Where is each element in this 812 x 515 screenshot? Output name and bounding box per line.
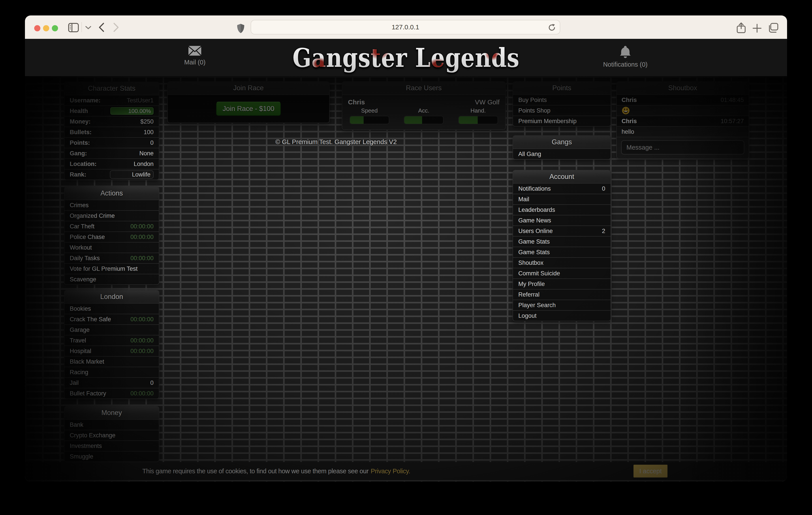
minimize-window-button[interactable] xyxy=(43,25,49,31)
menu-item[interactable]: Organized Crime xyxy=(64,210,159,221)
racer-stats: Speed Acc. xyxy=(342,107,505,124)
cookie-text: This game requires the use of cookies, t… xyxy=(142,467,410,475)
menu-item[interactable]: Hospital 00:00:00 xyxy=(64,346,159,356)
bell-icon xyxy=(619,46,632,58)
stat-bar-fill xyxy=(350,116,364,124)
london-menu: Bookies Crack The Safe 00:00:00 Garage xyxy=(64,304,159,399)
menu-item[interactable]: Leaderboards xyxy=(513,204,611,215)
reload-icon[interactable] xyxy=(547,23,556,32)
menu-item[interactable]: Bookies xyxy=(64,304,159,314)
menu-item[interactable]: My Profile xyxy=(513,279,611,289)
panel-title: Account xyxy=(513,170,611,183)
privacy-policy-link[interactable]: Privacy Policy. xyxy=(371,467,410,475)
menu-item[interactable]: Smuggle xyxy=(64,451,159,462)
join-race-body: Join Race - $100 xyxy=(168,95,329,123)
notifications-label: Notifications (0) xyxy=(597,61,654,68)
stat-bar xyxy=(404,116,443,124)
notifications-nav[interactable]: Notifications (0) xyxy=(597,46,654,68)
stat-bar-fill xyxy=(459,116,478,124)
race-users-panel: Race Users Chris VW Golf Speed xyxy=(342,81,506,130)
racer-car: VW Golf xyxy=(475,98,499,106)
race-stat: Hand. xyxy=(451,107,505,124)
stat-row-gang: Gang: None xyxy=(64,148,159,159)
menu-item[interactable]: Game Stats xyxy=(513,236,611,247)
menu-item[interactable]: Notifications 0 xyxy=(513,183,611,194)
mail-nav[interactable]: Mail (0) xyxy=(166,46,224,66)
shoutbox-input-area xyxy=(617,137,749,159)
shoutbox-message-input[interactable] xyxy=(621,140,744,154)
menu-item[interactable]: Racing xyxy=(64,367,159,377)
menu-item[interactable]: Logout xyxy=(513,310,611,321)
menu-item[interactable]: Police Chase 00:00:00 xyxy=(64,231,159,242)
menu-item[interactable]: Shoutbox xyxy=(513,257,611,268)
menu-item[interactable]: Points Shop xyxy=(513,105,611,116)
panel-title: London xyxy=(64,290,159,304)
url-text: 127.0.0.1 xyxy=(392,23,419,31)
menu-item[interactable]: Travel 00:00:00 xyxy=(64,335,159,346)
menu-item[interactable]: Commit Suicide xyxy=(513,268,611,279)
stat-bar xyxy=(458,116,498,124)
shout-text: hello xyxy=(621,128,634,135)
panel-title: Character Stats xyxy=(64,82,159,95)
menu-item[interactable]: Buy Points xyxy=(513,95,611,105)
join-race-button[interactable]: Join Race - $100 xyxy=(216,102,281,116)
menu-item[interactable]: Daily Tasks 00:00:00 xyxy=(64,253,159,263)
menu-item[interactable]: Vote for GL Premium Test xyxy=(64,263,159,274)
account-panel: Account Notifications 0 Mail xyxy=(513,170,611,321)
menu-item[interactable]: Game Stats xyxy=(513,247,611,257)
menu-item[interactable]: Workout xyxy=(64,242,159,253)
menu-item[interactable]: Bank xyxy=(64,420,159,430)
stat-row-points: Points: 0 xyxy=(64,137,159,148)
share-icon[interactable] xyxy=(736,22,747,33)
points-value: 0 xyxy=(150,139,153,146)
back-button-icon[interactable] xyxy=(98,23,105,32)
points-panel: Points Buy Points Points Shop xyxy=(513,81,611,127)
zoom-window-button[interactable] xyxy=(52,25,58,31)
race-stat: Speed xyxy=(342,107,397,124)
menu-item[interactable]: Bullet Factory 00:00:00 xyxy=(64,388,159,399)
stat-row-money: Money: $250 xyxy=(64,116,159,127)
account-menu: Notifications 0 Mail Leaderboards xyxy=(513,183,611,321)
menu-item[interactable]: Jail 0 xyxy=(64,377,159,388)
menu-item[interactable]: Users Online 2 xyxy=(513,226,611,236)
screen: 127.0.0.1 xyxy=(0,0,812,515)
shoutbox-messages: Chris 01:48:45 xyxy=(617,95,749,137)
sidebar-toggle-icon[interactable] xyxy=(68,23,79,32)
race-stat: Acc. xyxy=(397,107,451,124)
location-value: London xyxy=(134,161,153,168)
menu-item[interactable]: All Gang xyxy=(513,149,611,159)
menu-item[interactable]: Garage xyxy=(64,324,159,335)
actions-menu: Crimes Organized Crime Car Theft 00:00:0… xyxy=(64,200,159,284)
sidebar-chevron-down-icon[interactable] xyxy=(85,26,92,30)
money-value: $250 xyxy=(140,118,153,125)
menu-item[interactable]: Crack The Safe 00:00:00 xyxy=(64,314,159,324)
race-users-body: Chris VW Golf Speed xyxy=(342,95,505,130)
new-tab-icon[interactable] xyxy=(752,23,762,33)
gangs-panel: Gangs All Gang xyxy=(513,135,611,160)
menu-item[interactable]: Crypto Exchange xyxy=(64,430,159,440)
privacy-shield-icon[interactable] xyxy=(237,23,245,33)
menu-item[interactable]: Game News xyxy=(513,215,611,226)
menu-item[interactable]: Player Search xyxy=(513,299,611,310)
menu-item[interactable]: Car Theft 00:00:00 xyxy=(64,221,159,231)
stat-row-bullets: Bullets: 100 xyxy=(64,127,159,137)
tab-overview-icon[interactable] xyxy=(767,23,779,33)
site-logo: Gangster Legends xyxy=(293,42,520,73)
racer-name: Chris xyxy=(348,98,365,106)
panel-title: Race Users xyxy=(342,82,505,95)
forward-button-icon[interactable] xyxy=(113,23,120,32)
accept-cookies-button[interactable]: I accept xyxy=(634,465,667,478)
menu-item[interactable]: Investments xyxy=(64,440,159,451)
menu-item[interactable]: Mail xyxy=(513,194,611,204)
close-window-button[interactable] xyxy=(34,25,40,31)
menu-item[interactable]: Scavenge xyxy=(64,274,159,284)
address-bar[interactable]: 127.0.0.1 xyxy=(251,20,560,34)
grinning-face-emoji xyxy=(621,106,630,115)
mail-label: Mail (0) xyxy=(166,59,224,66)
menu-item[interactable]: Referral xyxy=(513,289,611,299)
menu-item[interactable]: Black Market xyxy=(64,356,159,367)
shout-time: 01:48:45 xyxy=(721,97,744,104)
menu-item[interactable]: Premium Membership xyxy=(513,116,611,126)
stat-row-location: Location: London xyxy=(64,159,159,169)
menu-item[interactable]: Crimes xyxy=(64,200,159,210)
